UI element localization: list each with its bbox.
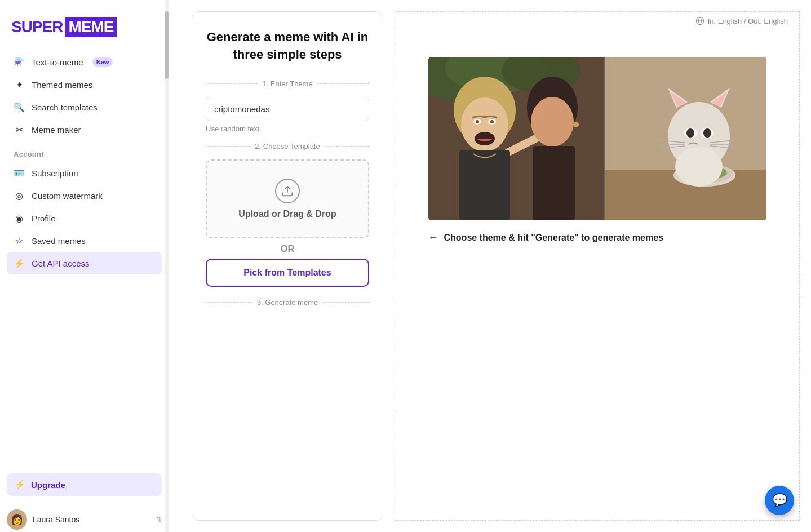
theme-input[interactable] (206, 97, 369, 121)
upload-drop-zone[interactable]: Upload or Drag & Drop (206, 159, 369, 238)
sidebar-item-label: Themed memes (32, 80, 92, 90)
sidebar-item-label: Profile (32, 214, 56, 223)
step1-label: 1. Enter Theme (262, 79, 312, 88)
sidebar-item-label: Meme maker (32, 125, 81, 135)
sidebar-item-label: Custom watermark (32, 191, 103, 201)
sidebar-item-label: Get API access (32, 259, 90, 268)
watermark-icon: ◎ (14, 190, 25, 201)
or-divider: OR (206, 244, 369, 254)
upload-icon (275, 179, 300, 203)
sidebar-item-get-api-access[interactable]: ⚡ Get API access (7, 252, 162, 274)
credit-card-icon: 🪪 (14, 167, 25, 179)
nav-section: ⚗️ Text-to-meme New ✦ Themed memes 🔍 Sea… (0, 51, 169, 467)
user-name: Laura Santos (33, 515, 150, 524)
logo-area: SUPER MEME (0, 0, 169, 51)
scissors-icon: ✂ (14, 124, 25, 135)
step3-divider: 3. Generate meme (206, 298, 369, 307)
step2-divider: 2. Choose Template (206, 142, 369, 150)
upgrade-lightning-icon: ⚡ (15, 480, 25, 490)
pick-template-button[interactable]: Pick from Templates (206, 259, 369, 287)
step-line-left (206, 83, 258, 84)
logo: SUPER MEME (11, 17, 157, 37)
sidebar-item-subscription[interactable]: 🪪 Subscription (7, 162, 162, 184)
star-icon: ☆ (14, 235, 25, 246)
arrow-left-icon: ← (428, 232, 438, 243)
step-line-left2 (206, 146, 250, 147)
account-section-label: Account (7, 141, 162, 162)
lang-text: In: English / Out: English (708, 17, 788, 25)
sidebar-item-saved-memes[interactable]: ☆ Saved memes (7, 229, 162, 252)
step1-divider: 1. Enter Theme (206, 79, 369, 88)
upgrade-button[interactable]: ⚡ Upgrade (7, 473, 162, 496)
sidebar-item-label: Search templates (32, 103, 98, 112)
sidebar-item-custom-watermark[interactable]: ◎ Custom watermark (7, 184, 162, 207)
logo-meme: MEME (65, 17, 117, 37)
step3-label: 3. Generate meme (257, 298, 318, 307)
step-line-right (317, 83, 369, 84)
random-text-link[interactable]: Use random text (206, 125, 369, 133)
person-circle-icon: ◉ (14, 212, 25, 224)
preview-panel: In: English / Out: English (395, 11, 800, 521)
flask-icon: ⚗️ (14, 56, 25, 68)
sidebar-item-label: Text-to-meme (32, 57, 83, 67)
sparkle-icon: ✦ (14, 79, 25, 90)
chat-icon: 💬 (772, 493, 787, 508)
sidebar-item-label: Subscription (32, 169, 78, 178)
meme-preview-image (428, 57, 766, 220)
upgrade-label: Upgrade (31, 480, 65, 490)
avatar-emoji: 👩 (11, 513, 23, 526)
logo-super: SUPER (11, 18, 63, 36)
step2-label: 2. Choose Template (255, 142, 320, 150)
main-content: Generate a meme with AI in three simple … (169, 0, 811, 532)
meme-svg (428, 57, 766, 220)
form-panel: Generate a meme with AI in three simple … (192, 11, 383, 521)
step-line-left3 (206, 302, 252, 303)
search-icon: 🔍 (14, 101, 25, 113)
sidebar-item-text-to-meme[interactable]: ⚗️ Text-to-meme New (7, 51, 162, 73)
sidebar-item-search-templates[interactable]: 🔍 Search templates (7, 96, 162, 118)
lightning-icon: ⚡ (14, 258, 25, 269)
chat-bubble-button[interactable]: 💬 (765, 486, 794, 515)
chevron-up-down-icon: ⇅ (156, 516, 162, 524)
user-area[interactable]: 👩 Laura Santos ⇅ (0, 503, 169, 532)
sidebar-item-profile[interactable]: ◉ Profile (7, 207, 162, 229)
avatar: 👩 (7, 509, 27, 530)
sidebar: SUPER MEME ⚗️ Text-to-meme New ✦ Themed … (0, 0, 169, 532)
sidebar-item-meme-maker[interactable]: ✂ Meme maker (7, 118, 162, 141)
svg-rect-43 (428, 57, 766, 220)
caption-area: ← Choose theme & hit "Generate" to gener… (428, 232, 766, 243)
sidebar-item-label: Saved memes (32, 236, 86, 246)
step-line-right2 (325, 146, 369, 147)
upload-text: Upload or Drag & Drop (238, 209, 336, 219)
language-indicator: In: English / Out: English (695, 16, 788, 25)
step-line-right3 (322, 302, 369, 303)
top-bar: In: English / Out: English (395, 12, 799, 30)
new-badge: New (92, 57, 113, 66)
form-title: Generate a meme with AI in three simple … (206, 29, 369, 64)
preview-caption: Choose theme & hit "Generate" to generat… (444, 233, 664, 243)
sidebar-item-themed-memes[interactable]: ✦ Themed memes (7, 73, 162, 96)
